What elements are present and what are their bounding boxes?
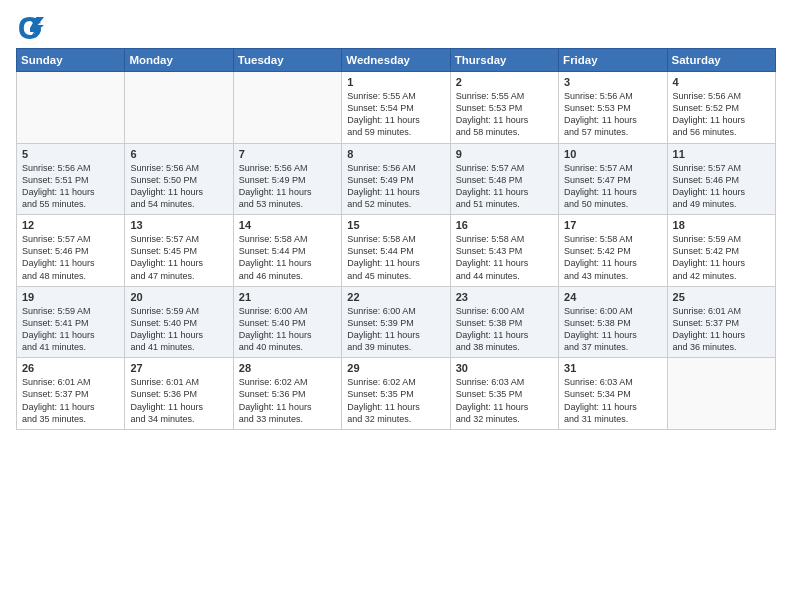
- day-info: Sunrise: 5:57 AM Sunset: 5:46 PM Dayligh…: [22, 233, 119, 282]
- day-cell: 11Sunrise: 5:57 AM Sunset: 5:46 PM Dayli…: [667, 143, 775, 215]
- day-number: 28: [239, 362, 336, 374]
- day-cell: 4Sunrise: 5:56 AM Sunset: 5:52 PM Daylig…: [667, 72, 775, 144]
- day-number: 12: [22, 219, 119, 231]
- day-cell: 18Sunrise: 5:59 AM Sunset: 5:42 PM Dayli…: [667, 215, 775, 287]
- day-cell: 12Sunrise: 5:57 AM Sunset: 5:46 PM Dayli…: [17, 215, 125, 287]
- day-number: 30: [456, 362, 553, 374]
- header: [16, 10, 776, 42]
- day-info: Sunrise: 5:58 AM Sunset: 5:44 PM Dayligh…: [239, 233, 336, 282]
- day-info: Sunrise: 5:57 AM Sunset: 5:48 PM Dayligh…: [456, 162, 553, 211]
- day-cell: 27Sunrise: 6:01 AM Sunset: 5:36 PM Dayli…: [125, 358, 233, 430]
- day-cell: 9Sunrise: 5:57 AM Sunset: 5:48 PM Daylig…: [450, 143, 558, 215]
- day-cell: 30Sunrise: 6:03 AM Sunset: 5:35 PM Dayli…: [450, 358, 558, 430]
- day-cell: 26Sunrise: 6:01 AM Sunset: 5:37 PM Dayli…: [17, 358, 125, 430]
- weekday-header-thursday: Thursday: [450, 49, 558, 72]
- day-number: 31: [564, 362, 661, 374]
- day-cell: 2Sunrise: 5:55 AM Sunset: 5:53 PM Daylig…: [450, 72, 558, 144]
- day-number: 3: [564, 76, 661, 88]
- day-number: 26: [22, 362, 119, 374]
- day-cell: [125, 72, 233, 144]
- day-number: 1: [347, 76, 444, 88]
- weekday-header-saturday: Saturday: [667, 49, 775, 72]
- day-number: 6: [130, 148, 227, 160]
- weekday-header-friday: Friday: [559, 49, 667, 72]
- logo: [16, 14, 48, 42]
- day-cell: 16Sunrise: 5:58 AM Sunset: 5:43 PM Dayli…: [450, 215, 558, 287]
- day-info: Sunrise: 6:03 AM Sunset: 5:34 PM Dayligh…: [564, 376, 661, 425]
- day-number: 15: [347, 219, 444, 231]
- weekday-header-row: SundayMondayTuesdayWednesdayThursdayFrid…: [17, 49, 776, 72]
- day-info: Sunrise: 5:59 AM Sunset: 5:41 PM Dayligh…: [22, 305, 119, 354]
- day-info: Sunrise: 5:56 AM Sunset: 5:52 PM Dayligh…: [673, 90, 770, 139]
- day-info: Sunrise: 5:55 AM Sunset: 5:53 PM Dayligh…: [456, 90, 553, 139]
- day-info: Sunrise: 6:00 AM Sunset: 5:38 PM Dayligh…: [456, 305, 553, 354]
- day-info: Sunrise: 5:56 AM Sunset: 5:49 PM Dayligh…: [347, 162, 444, 211]
- day-number: 8: [347, 148, 444, 160]
- day-cell: 5Sunrise: 5:56 AM Sunset: 5:51 PM Daylig…: [17, 143, 125, 215]
- day-info: Sunrise: 6:00 AM Sunset: 5:40 PM Dayligh…: [239, 305, 336, 354]
- day-number: 10: [564, 148, 661, 160]
- weekday-header-tuesday: Tuesday: [233, 49, 341, 72]
- day-info: Sunrise: 5:56 AM Sunset: 5:53 PM Dayligh…: [564, 90, 661, 139]
- day-cell: 7Sunrise: 5:56 AM Sunset: 5:49 PM Daylig…: [233, 143, 341, 215]
- day-number: 2: [456, 76, 553, 88]
- day-info: Sunrise: 6:03 AM Sunset: 5:35 PM Dayligh…: [456, 376, 553, 425]
- weekday-header-wednesday: Wednesday: [342, 49, 450, 72]
- day-number: 24: [564, 291, 661, 303]
- day-number: 29: [347, 362, 444, 374]
- week-row-5: 26Sunrise: 6:01 AM Sunset: 5:37 PM Dayli…: [17, 358, 776, 430]
- day-info: Sunrise: 5:59 AM Sunset: 5:40 PM Dayligh…: [130, 305, 227, 354]
- day-number: 20: [130, 291, 227, 303]
- day-cell: 8Sunrise: 5:56 AM Sunset: 5:49 PM Daylig…: [342, 143, 450, 215]
- day-number: 13: [130, 219, 227, 231]
- day-info: Sunrise: 6:01 AM Sunset: 5:37 PM Dayligh…: [22, 376, 119, 425]
- day-number: 7: [239, 148, 336, 160]
- day-info: Sunrise: 5:57 AM Sunset: 5:47 PM Dayligh…: [564, 162, 661, 211]
- day-info: Sunrise: 5:57 AM Sunset: 5:46 PM Dayligh…: [673, 162, 770, 211]
- day-info: Sunrise: 5:55 AM Sunset: 5:54 PM Dayligh…: [347, 90, 444, 139]
- day-number: 16: [456, 219, 553, 231]
- calendar: SundayMondayTuesdayWednesdayThursdayFrid…: [16, 48, 776, 430]
- day-number: 4: [673, 76, 770, 88]
- day-number: 5: [22, 148, 119, 160]
- day-cell: 31Sunrise: 6:03 AM Sunset: 5:34 PM Dayli…: [559, 358, 667, 430]
- day-number: 18: [673, 219, 770, 231]
- logo-icon: [16, 14, 44, 42]
- day-cell: 14Sunrise: 5:58 AM Sunset: 5:44 PM Dayli…: [233, 215, 341, 287]
- day-cell: 17Sunrise: 5:58 AM Sunset: 5:42 PM Dayli…: [559, 215, 667, 287]
- day-number: 23: [456, 291, 553, 303]
- day-cell: 24Sunrise: 6:00 AM Sunset: 5:38 PM Dayli…: [559, 286, 667, 358]
- day-info: Sunrise: 5:56 AM Sunset: 5:50 PM Dayligh…: [130, 162, 227, 211]
- week-row-1: 1Sunrise: 5:55 AM Sunset: 5:54 PM Daylig…: [17, 72, 776, 144]
- day-cell: 15Sunrise: 5:58 AM Sunset: 5:44 PM Dayli…: [342, 215, 450, 287]
- day-cell: 1Sunrise: 5:55 AM Sunset: 5:54 PM Daylig…: [342, 72, 450, 144]
- day-cell: 21Sunrise: 6:00 AM Sunset: 5:40 PM Dayli…: [233, 286, 341, 358]
- day-number: 22: [347, 291, 444, 303]
- day-number: 9: [456, 148, 553, 160]
- day-cell: 28Sunrise: 6:02 AM Sunset: 5:36 PM Dayli…: [233, 358, 341, 430]
- weekday-header-sunday: Sunday: [17, 49, 125, 72]
- day-info: Sunrise: 5:58 AM Sunset: 5:44 PM Dayligh…: [347, 233, 444, 282]
- day-cell: 29Sunrise: 6:02 AM Sunset: 5:35 PM Dayli…: [342, 358, 450, 430]
- day-info: Sunrise: 5:57 AM Sunset: 5:45 PM Dayligh…: [130, 233, 227, 282]
- day-info: Sunrise: 6:01 AM Sunset: 5:36 PM Dayligh…: [130, 376, 227, 425]
- day-cell: [667, 358, 775, 430]
- day-info: Sunrise: 5:58 AM Sunset: 5:42 PM Dayligh…: [564, 233, 661, 282]
- day-cell: 13Sunrise: 5:57 AM Sunset: 5:45 PM Dayli…: [125, 215, 233, 287]
- day-info: Sunrise: 6:01 AM Sunset: 5:37 PM Dayligh…: [673, 305, 770, 354]
- week-row-4: 19Sunrise: 5:59 AM Sunset: 5:41 PM Dayli…: [17, 286, 776, 358]
- day-cell: 23Sunrise: 6:00 AM Sunset: 5:38 PM Dayli…: [450, 286, 558, 358]
- day-info: Sunrise: 5:58 AM Sunset: 5:43 PM Dayligh…: [456, 233, 553, 282]
- day-info: Sunrise: 6:00 AM Sunset: 5:38 PM Dayligh…: [564, 305, 661, 354]
- day-info: Sunrise: 6:00 AM Sunset: 5:39 PM Dayligh…: [347, 305, 444, 354]
- day-cell: 25Sunrise: 6:01 AM Sunset: 5:37 PM Dayli…: [667, 286, 775, 358]
- day-cell: 10Sunrise: 5:57 AM Sunset: 5:47 PM Dayli…: [559, 143, 667, 215]
- day-info: Sunrise: 5:56 AM Sunset: 5:51 PM Dayligh…: [22, 162, 119, 211]
- day-info: Sunrise: 6:02 AM Sunset: 5:35 PM Dayligh…: [347, 376, 444, 425]
- day-info: Sunrise: 5:59 AM Sunset: 5:42 PM Dayligh…: [673, 233, 770, 282]
- day-number: 11: [673, 148, 770, 160]
- day-cell: 3Sunrise: 5:56 AM Sunset: 5:53 PM Daylig…: [559, 72, 667, 144]
- day-cell: 20Sunrise: 5:59 AM Sunset: 5:40 PM Dayli…: [125, 286, 233, 358]
- page: SundayMondayTuesdayWednesdayThursdayFrid…: [0, 0, 792, 612]
- day-number: 27: [130, 362, 227, 374]
